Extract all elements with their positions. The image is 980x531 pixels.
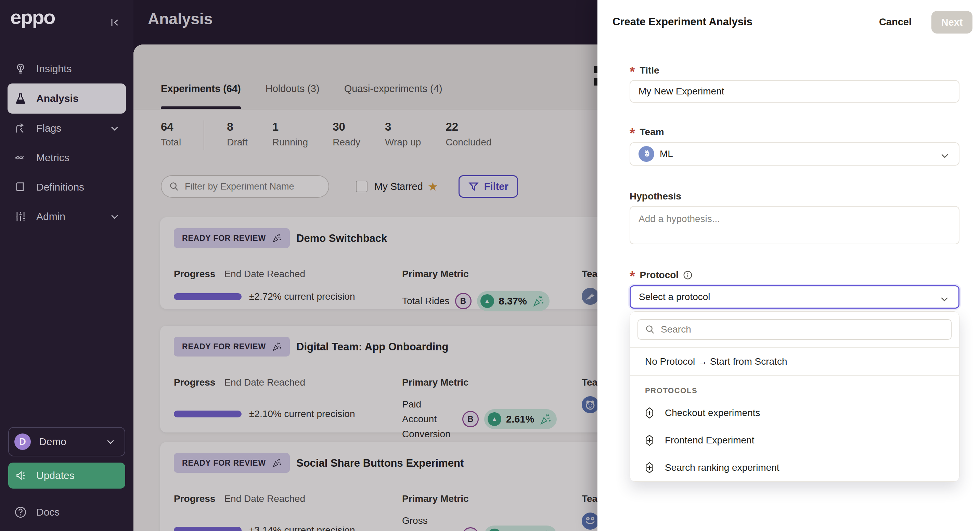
precision-text: ±2.10% current precision — [249, 409, 355, 420]
progress-bar — [174, 293, 242, 300]
lift-pill: ▲ 2.61% — [484, 409, 557, 429]
celebration-icon — [271, 233, 282, 243]
my-starred-label: My Starred — [374, 181, 423, 192]
stat-running: 1 Running — [272, 121, 308, 148]
celebration-icon — [539, 529, 551, 531]
protocol-dropdown: No Protocol → Start from Scratch PROTOCO… — [630, 312, 959, 482]
protocol-field-label: Protocol — [640, 270, 679, 281]
workspace-switcher[interactable]: D Demo — [8, 427, 125, 456]
required-asterisk — [630, 270, 636, 281]
sidebar-collapse-button[interactable] — [109, 16, 123, 30]
sidebar-item-flags[interactable]: Flags — [0, 114, 134, 143]
stat-wrap-up: 3 Wrap up — [385, 121, 421, 148]
filter-button[interactable]: Filter — [458, 175, 518, 198]
primary-metric-column: Primary Metric Gross Margin Value B ▲ 4.… — [402, 493, 557, 531]
metric-name: Total Rides — [402, 294, 450, 308]
book-icon — [14, 181, 27, 193]
team-column: Team — [582, 377, 597, 413]
info-icon — [682, 270, 693, 280]
funnel-icon — [468, 181, 479, 192]
lift-up-icon: ▲ — [488, 529, 501, 531]
experiment-card[interactable]: READY FOR REVIEW Demo Switchback Progres… — [160, 217, 597, 309]
filter-bar: My Starred ★ Filter — [161, 175, 518, 198]
search-icon — [645, 324, 655, 335]
celebration-icon — [271, 458, 282, 468]
workspace-name: Demo — [39, 436, 97, 448]
primary-metric-column: Primary Metric Total Rides B ▲ 8.37% — [402, 269, 550, 311]
chevron-down-icon — [110, 123, 120, 134]
team-field-label: Team — [640, 127, 664, 138]
sidebar-item-admin[interactable]: Admin — [0, 202, 134, 231]
protocol-select[interactable]: Select a protocol — [630, 285, 959, 308]
variant-badge: B — [455, 293, 471, 309]
team-select[interactable]: ML — [630, 142, 959, 165]
search-icon — [169, 181, 179, 192]
docs-link[interactable]: Docs — [8, 500, 125, 524]
docs-label: Docs — [36, 506, 60, 518]
variant-badge: B — [462, 411, 479, 427]
sidebar-item-definitions[interactable]: Definitions — [0, 172, 134, 202]
collapse-sidebar-icon — [109, 16, 121, 29]
progress-column: Progress End Date Reached ±2.10% current… — [174, 377, 355, 420]
protocols-section-label: PROTOCOLS — [630, 376, 959, 399]
protocol-search-input[interactable] — [661, 324, 934, 335]
sliders-icon — [14, 210, 27, 223]
experiment-title: Demo Switchback — [296, 232, 387, 245]
sidebar-bottom: D Demo Updates Docs — [8, 427, 125, 531]
chevron-down-icon — [105, 437, 116, 447]
sidebar-item-analysis[interactable]: Analysis — [8, 83, 126, 114]
hypothesis-field-label: Hypothesis — [630, 191, 681, 202]
required-asterisk — [630, 127, 636, 138]
sidebar-item-label: Flags — [36, 122, 61, 134]
experiment-search[interactable] — [161, 175, 329, 198]
metric-name: Gross Margin Value — [402, 513, 457, 531]
tab-holdouts[interactable]: Holdouts (3) — [266, 83, 320, 109]
experiment-search-input[interactable] — [185, 181, 315, 192]
option-checkout-experiments[interactable]: Checkout experiments — [630, 399, 959, 427]
chevron-down-icon — [940, 151, 950, 161]
option-frontend-experiment[interactable]: Frontend Experiment — [630, 427, 959, 454]
protocol-hexagon-icon — [644, 434, 655, 446]
protocol-search[interactable] — [638, 319, 951, 340]
sidebar-item-label: Admin — [36, 211, 65, 223]
next-button[interactable]: Next — [931, 11, 972, 33]
updates-button[interactable]: Updates — [8, 463, 125, 488]
stat-draft: 8 Draft — [227, 121, 248, 148]
celebration-icon — [271, 342, 282, 352]
title-field-label: Title — [640, 65, 659, 76]
eppo-logo: eppo — [10, 5, 55, 29]
sidebar-item-insights[interactable]: Insights — [0, 54, 134, 83]
option-search-ranking-experiment[interactable]: Search ranking experiment — [630, 454, 959, 482]
option-no-protocol[interactable]: No Protocol → Start from Scratch — [630, 348, 959, 375]
split-arrows-icon — [14, 122, 27, 134]
sidebar-item-label: Analysis — [36, 93, 78, 104]
experiment-card[interactable]: READY FOR REVIEW Social Share Buttons Ex… — [160, 442, 597, 531]
my-starred-checkbox[interactable] — [356, 181, 368, 192]
progress-column: Progress End Date Reached ±2.72% current… — [174, 269, 355, 302]
tab-quasi-experiments[interactable]: Quasi-experiments (4) — [344, 83, 442, 109]
flask-icon — [14, 92, 27, 105]
star-icon: ★ — [428, 180, 438, 193]
status-badge: READY FOR REVIEW — [174, 228, 290, 248]
sidebar-item-label: Metrics — [36, 152, 70, 164]
filter-button-label: Filter — [484, 181, 509, 192]
protocol-hexagon-icon — [644, 462, 655, 474]
team-llama-avatar-icon — [638, 146, 654, 162]
stat-total: 64 Total — [161, 121, 181, 148]
title-input[interactable] — [630, 80, 959, 103]
sidebar-item-label: Insights — [36, 63, 72, 75]
cancel-button[interactable]: Cancel — [879, 16, 912, 28]
sidebar-item-label: Definitions — [36, 181, 84, 193]
celebration-icon — [532, 295, 544, 307]
team-avatar-bear — [582, 396, 597, 413]
progress-column: Progress End Date Reached ±3.14% current… — [174, 493, 355, 531]
modal-header: Create Experiment Analysis Cancel Next — [597, 0, 980, 45]
progress-status: End Date Reached — [224, 269, 305, 280]
sidebar-item-metrics[interactable]: Metrics — [0, 143, 134, 172]
sidebar-nav: Insights Analysis Flags Metrics — [0, 54, 134, 231]
tab-experiments[interactable]: Experiments (64) — [161, 83, 241, 109]
status-badge: READY FOR REVIEW — [174, 453, 290, 473]
experiment-card[interactable]: READY FOR REVIEW Digital Team: App Onboa… — [160, 326, 597, 432]
hypothesis-textarea[interactable] — [630, 206, 959, 244]
progress-bar — [174, 527, 242, 531]
